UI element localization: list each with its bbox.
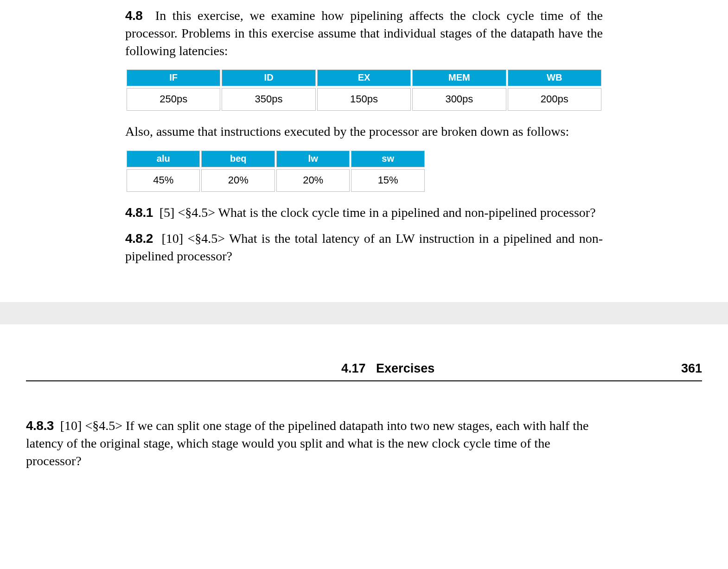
question-4-8-1-meta: [5] <§4.5>	[160, 205, 215, 220]
question-4-8-1-text: What is the clock cycle time in a pipeli…	[218, 205, 596, 220]
mix-header: lw	[276, 151, 350, 167]
mix-header: alu	[127, 151, 200, 167]
question-4-8-2-meta: [10] <§4.5>	[161, 231, 225, 246]
latency-cell: 300ps	[412, 88, 506, 111]
running-footer: 4.17 Exercises 361	[26, 361, 702, 381]
mix-header: sw	[351, 151, 424, 167]
question-4-8-3-meta: [10] <§4.5>	[60, 418, 122, 433]
latency-header: MEM	[412, 70, 506, 86]
mix-header: beq	[201, 151, 275, 167]
footer-section-number: 4.17	[341, 361, 366, 375]
question-4-8-2: 4.8.2 [10] <§4.5> What is the total late…	[125, 230, 603, 265]
latency-header: IF	[127, 70, 220, 86]
latency-cell: 250ps	[127, 88, 220, 111]
question-4-8-1: 4.8.1 [5] <§4.5> What is the clock cycle…	[125, 204, 603, 221]
exercise-4-8-text: In this exercise, we examine how pipelin…	[125, 8, 603, 58]
question-4-8-3-label: 4.8.3	[26, 418, 54, 433]
page-divider-band	[0, 302, 728, 324]
question-4-8-2-label: 4.8.2	[125, 231, 153, 246]
latency-header: ID	[222, 70, 315, 86]
footer-section-title: Exercises	[376, 361, 434, 375]
exercise-4-8-label: 4.8	[125, 8, 142, 23]
question-4-8-3: 4.8.3 [10] <§4.5> If we can split one st…	[26, 417, 594, 469]
latency-cell: 200ps	[508, 88, 601, 111]
latency-header: WB	[508, 70, 601, 86]
instruction-mix-table: alu beq lw sw 45% 20% 20% 15%	[125, 149, 426, 194]
instruction-mix-intro: Also, assume that instructions executed …	[125, 123, 603, 140]
exercise-4-8-intro: 4.8 In this exercise, we examine how pip…	[125, 7, 603, 59]
latency-cell: 350ps	[222, 88, 315, 111]
page-number: 361	[681, 361, 702, 376]
question-4-8-1-label: 4.8.1	[125, 205, 153, 220]
mix-cell: 20%	[276, 169, 350, 192]
latency-table: IF ID EX MEM WB 250ps 350ps 150ps 300ps …	[125, 68, 603, 113]
mix-cell: 20%	[201, 169, 275, 192]
mix-cell: 15%	[351, 169, 424, 192]
latency-header: EX	[317, 70, 411, 86]
mix-cell: 45%	[127, 169, 200, 192]
latency-cell: 150ps	[317, 88, 411, 111]
